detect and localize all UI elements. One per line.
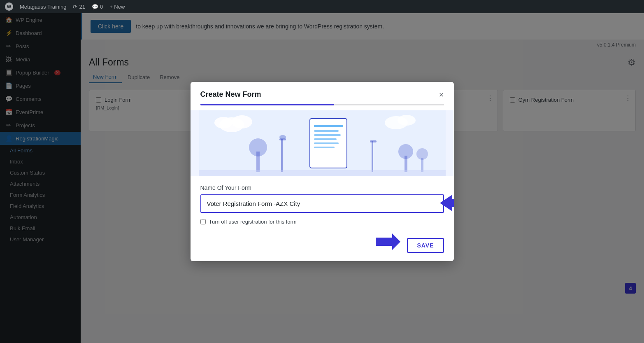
svg-point-11	[416, 148, 428, 160]
modal-input-container	[200, 194, 444, 213]
site-name[interactable]: Metagauss Training	[20, 4, 66, 10]
svg-rect-19	[314, 130, 339, 132]
form-name-label: Name Of Your Form	[200, 184, 444, 191]
form-name-input[interactable]	[201, 195, 443, 212]
modal-body: Name Of Your Form Turn off user registra…	[191, 176, 454, 235]
svg-point-7	[249, 138, 267, 156]
svg-rect-15	[372, 141, 373, 172]
svg-rect-21	[314, 138, 337, 140]
modal-illustration	[191, 110, 454, 176]
svg-point-9	[398, 144, 413, 159]
svg-rect-24	[199, 170, 446, 176]
svg-rect-22	[314, 142, 339, 144]
modal-footer: SAVE	[191, 235, 454, 261]
svg-marker-26	[376, 233, 400, 250]
comments-count[interactable]: 💬 0	[92, 4, 103, 10]
checkbox-label: Turn off user registration for this form	[209, 219, 297, 225]
svg-point-2	[232, 115, 252, 128]
modal-input-wrapper	[200, 194, 444, 213]
modal-progress-bar	[200, 104, 335, 105]
svg-point-5	[398, 115, 416, 126]
svg-rect-16	[370, 140, 377, 142]
svg-rect-18	[314, 125, 343, 127]
svg-rect-12	[281, 139, 283, 172]
checkbox-row: Turn off user registration for this form	[200, 219, 444, 225]
modal-overlay[interactable]: Create New Form ×	[0, 0, 644, 343]
svg-point-3	[214, 117, 232, 128]
save-arrow-annotation	[376, 231, 400, 254]
modal-title: Create New Form	[200, 90, 261, 99]
svg-rect-20	[314, 134, 341, 136]
input-arrow-annotation	[440, 193, 454, 215]
turn-off-registration-checkbox[interactable]	[200, 219, 206, 224]
modal-close-button[interactable]: ×	[439, 91, 444, 99]
modal-header: Create New Form ×	[191, 82, 454, 104]
svg-rect-23	[314, 147, 335, 148]
modal-progress-container	[200, 104, 444, 105]
new-button[interactable]: + New	[109, 4, 125, 10]
wp-logo-icon[interactable]: W	[5, 2, 13, 11]
create-form-modal: Create New Form ×	[191, 82, 454, 261]
svg-rect-10	[421, 158, 423, 172]
updates-count[interactable]: ⟳ 21	[73, 4, 85, 10]
svg-point-14	[279, 135, 286, 139]
save-button[interactable]: SAVE	[407, 238, 444, 253]
svg-marker-25	[440, 195, 454, 211]
